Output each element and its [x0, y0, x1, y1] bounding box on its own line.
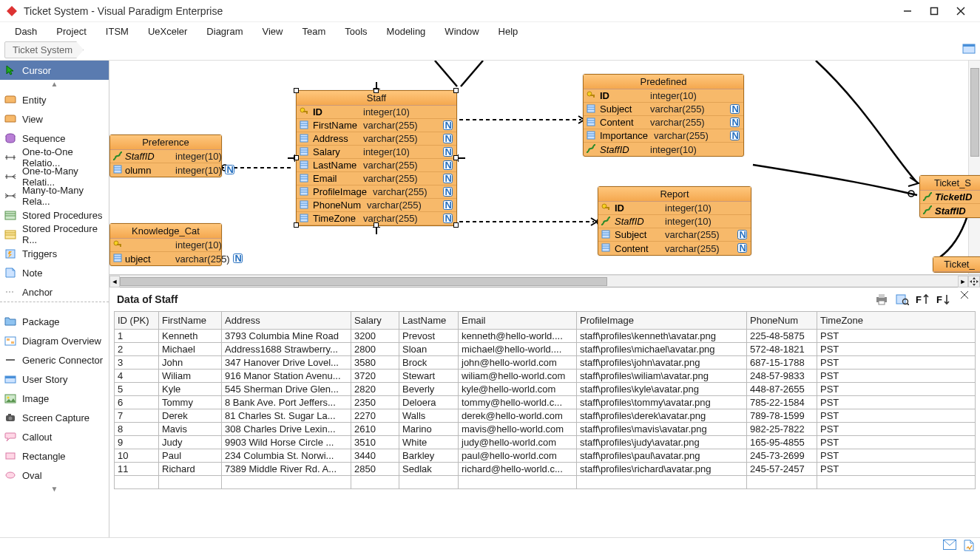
menu-itsm[interactable]: ITSM: [97, 24, 138, 39]
selection-handle[interactable]: [294, 222, 299, 228]
column-header[interactable]: TimeZone: [817, 312, 976, 330]
column-header[interactable]: LastName: [399, 312, 459, 330]
canvas-vscrollbar[interactable]: [968, 61, 980, 274]
canvas-hscrollbar[interactable]: ◄ ►: [109, 275, 980, 287]
table-row[interactable]: 7Derek81 Charles St. Sugar La...2270Wall…: [115, 409, 976, 423]
selection-handle[interactable]: [453, 222, 459, 228]
entity-column[interactable]: TicketID i: [920, 191, 980, 204]
tool-entity[interactable]: Entity: [0, 90, 109, 109]
menu-window[interactable]: Window: [436, 24, 487, 39]
column-header[interactable]: PhoneNum: [747, 312, 817, 330]
menu-project[interactable]: Project: [47, 24, 95, 39]
breadcrumb[interactable]: Ticket System: [4, 41, 84, 58]
print-icon[interactable]: [873, 292, 890, 307]
entity-column[interactable]: Content varchar(255) N: [598, 242, 751, 255]
selection-handle[interactable]: [453, 88, 459, 93]
entity-column[interactable]: Importance varchar(255) N: [584, 129, 743, 143]
panel-toggle-icon[interactable]: [962, 42, 976, 58]
connector-handle[interactable]: [371, 227, 382, 237]
entity-ticket_s[interactable]: Ticket_S TicketID i StaffID i: [919, 175, 980, 218]
tool-view[interactable]: View: [0, 109, 109, 129]
tool-generic-connector[interactable]: Generic Connector: [0, 350, 109, 370]
menu-help[interactable]: Help: [490, 24, 527, 39]
column-header[interactable]: ProfileImage: [577, 312, 747, 330]
entity-column[interactable]: ubject varchar(255) N: [110, 252, 221, 265]
entity-column[interactable]: StaffID integer(10): [110, 150, 221, 163]
table-row[interactable]: 10Paul234 Columbia St. Norwi...3440Barkl…: [115, 449, 976, 463]
toolbox-down-icon[interactable]: ▼: [0, 485, 109, 495]
move-grip-icon[interactable]: [968, 276, 980, 287]
entity-column[interactable]: Content varchar(255) N: [584, 116, 743, 129]
tool-anchor[interactable]: Anchor: [0, 282, 109, 302]
tool-oval[interactable]: Oval: [0, 466, 109, 485]
table-row-empty[interactable]: [115, 476, 976, 489]
menu-uexceler[interactable]: UeXceler: [139, 24, 196, 39]
toolbox-up-icon[interactable]: ▲: [0, 80, 109, 90]
close-panel-icon[interactable]: [956, 287, 973, 302]
close-button[interactable]: [947, 1, 974, 21]
tool-image[interactable]: Image: [0, 389, 109, 408]
tool-rectangle[interactable]: Rectangle: [0, 446, 109, 466]
entity-column[interactable]: Address varchar(255) N: [297, 132, 456, 146]
selection-handle[interactable]: [294, 88, 299, 93]
entity-column[interactable]: FirstName varchar(255) N: [297, 119, 456, 132]
document-icon[interactable]: [964, 539, 974, 554]
entity-knowledge_cat[interactable]: Knowledge_Cat integer(10) ubject varchar…: [109, 223, 222, 266]
table-row[interactable]: 1Kenneth3793 Columbia Mine Road3200Prevo…: [115, 330, 976, 343]
connector-handle[interactable]: [458, 153, 468, 163]
tool-one-to-one-relatio-[interactable]: One-to-One Relatio...: [0, 148, 109, 167]
entity-column[interactable]: Subject varchar(255) N: [584, 103, 743, 116]
tool-cursor[interactable]: Cursor: [0, 61, 109, 80]
column-header[interactable]: Salary: [351, 312, 399, 330]
table-row[interactable]: 11Richard7389 Middle River Rd. A...2850S…: [115, 463, 976, 476]
entity-predefined[interactable]: Predefined ID integer(10) Subject varcha…: [583, 74, 744, 157]
maximize-button[interactable]: [921, 1, 947, 21]
table-row[interactable]: 4Wiliam916 Manor Station Avenu...3720Ste…: [115, 370, 976, 383]
tool-stored-procedure-r-[interactable]: Stored Procedure R...: [0, 225, 109, 244]
entity-column[interactable]: olumn integer(10) N: [110, 163, 221, 177]
entity-preference[interactable]: Preference StaffID integer(10) olumn int…: [109, 135, 222, 177]
entity-column[interactable]: ID integer(10): [584, 89, 743, 103]
column-header[interactable]: Email: [459, 312, 577, 330]
entity-column[interactable]: ProfileImage varchar(255) N: [297, 185, 456, 199]
menu-team[interactable]: Team: [293, 24, 334, 39]
connector-handle[interactable]: [285, 153, 295, 163]
column-header[interactable]: ID (PK): [115, 312, 159, 330]
tool-one-to-many-relati-[interactable]: One-to-Many Relati...: [0, 167, 109, 186]
entity-column[interactable]: Salary integer(10) N: [297, 146, 456, 159]
tool-sequence[interactable]: Sequence: [0, 129, 109, 148]
sort-asc-icon[interactable]: F: [915, 292, 931, 307]
scroll-right-icon[interactable]: ►: [958, 276, 968, 287]
tool-note[interactable]: Note: [0, 263, 109, 282]
entity-staff[interactable]: Staff ID integer(10) FirstName varchar(2…: [296, 90, 457, 226]
tool-many-to-many-rela-[interactable]: Many-to-Many Rela...: [0, 186, 109, 205]
table-row[interactable]: 3John347 Hanover Drive Lovel...3580Brock…: [115, 356, 976, 370]
minimize-button[interactable]: [894, 1, 921, 21]
table-row[interactable]: 9Judy9903 Wild Horse Circle ...3510White…: [115, 436, 976, 449]
entity-column[interactable]: LastName varchar(255) N: [297, 159, 456, 172]
column-header[interactable]: FirstName: [159, 312, 222, 330]
entity-column[interactable]: StaffID i: [920, 204, 980, 217]
tool-triggers[interactable]: Triggers: [0, 244, 109, 263]
tool-stored-procedures[interactable]: Stored Procedures: [0, 205, 109, 225]
menu-modeling[interactable]: Modeling: [378, 24, 435, 39]
entity-ticket_[interactable]: Ticket_: [933, 256, 980, 273]
entity-column[interactable]: StaffID integer(10): [598, 215, 751, 228]
tool-diagram-overview[interactable]: Diagram Overview: [0, 331, 109, 350]
scroll-left-icon[interactable]: ◄: [109, 276, 120, 287]
tool-package[interactable]: Package: [0, 312, 109, 331]
entity-column[interactable]: Subject varchar(255) N: [598, 228, 751, 242]
tool-screen-capture[interactable]: Screen Capture: [0, 408, 109, 427]
column-header[interactable]: Address: [222, 312, 351, 330]
mail-icon[interactable]: [943, 539, 956, 554]
table-row[interactable]: 2MichaelAddress1688 Strawberry...2800Slo…: [115, 343, 976, 356]
menu-dash[interactable]: Dash: [6, 24, 46, 39]
entity-column[interactable]: StaffID integer(10): [584, 143, 743, 156]
entity-column[interactable]: integer(10): [110, 239, 221, 252]
entity-column[interactable]: PhoneNum varchar(255) N: [297, 199, 456, 212]
entity-column[interactable]: ID integer(10): [297, 106, 456, 119]
menu-view[interactable]: View: [253, 24, 291, 39]
table-row[interactable]: 8Mavis308 Charles Drive Lexin...2610Mari…: [115, 423, 976, 436]
menu-diagram[interactable]: Diagram: [197, 24, 251, 39]
table-row[interactable]: 6Tommy8 Bank Ave. Port Jeffers...2350Del…: [115, 396, 976, 409]
